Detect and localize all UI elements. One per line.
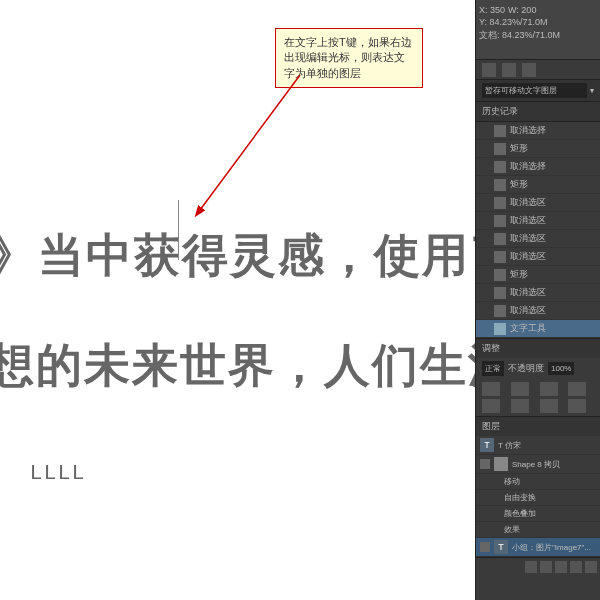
layer-label: 颜色叠加 <box>504 508 536 519</box>
layers-panel: 图层 T T 仿宋 Shape 8 拷贝移动自由变换颜色叠加效果 T 小组：图片… <box>476 416 600 576</box>
layer-label: Shape 8 拷贝 <box>512 459 560 470</box>
tool-icon[interactable] <box>482 63 496 77</box>
history-item-icon <box>494 179 506 191</box>
history-panel: 历史记录 取消选择矩形取消选择矩形取消选区取消选区取消选区取消选区矩形取消选区取… <box>476 102 600 338</box>
layer-item[interactable]: 自由变换 <box>476 490 600 506</box>
history-item[interactable]: 取消选区 <box>476 194 600 212</box>
adjust-icon[interactable] <box>511 399 529 413</box>
history-item-icon <box>494 197 506 209</box>
history-item-label: 取消选区 <box>510 214 546 227</box>
adjust-icon[interactable] <box>511 382 529 396</box>
history-item-label: 取消选区 <box>510 250 546 263</box>
visibility-icon[interactable] <box>480 542 490 552</box>
chevron-down-icon: ▾ <box>590 86 594 95</box>
adjust-icon[interactable] <box>482 382 500 396</box>
layers-header: 图层 <box>476 417 600 436</box>
trash-icon[interactable] <box>585 561 597 573</box>
history-item-icon <box>494 305 506 317</box>
history-item[interactable]: 矩形 <box>476 140 600 158</box>
layers-footer <box>476 557 600 576</box>
layer-item[interactable]: 效果 <box>476 522 600 538</box>
adjust-icon[interactable] <box>540 399 558 413</box>
layer-action-icon[interactable] <box>525 561 537 573</box>
layer-action-icon[interactable] <box>540 561 552 573</box>
visibility-icon[interactable] <box>480 459 490 469</box>
layer-item[interactable]: 移动 <box>476 474 600 490</box>
info-panel: X: 350W: 200 Y: 84.23%/71.0M 文档: 84.23%/… <box>476 0 600 60</box>
adjustments-panel: 调整 正常 不透明度 100% <box>476 338 600 416</box>
adjust-grid <box>476 379 600 416</box>
info-x: X: 350 <box>479 5 505 15</box>
history-item-icon <box>494 287 506 299</box>
opacity-label: 不透明度 <box>508 362 544 375</box>
type-icon: T <box>480 438 494 452</box>
opacity-value[interactable]: 100% <box>548 362 574 375</box>
layer-label: 效果 <box>504 524 520 535</box>
history-item[interactable]: 取消选区 <box>476 248 600 266</box>
info-w: W: 200 <box>508 5 536 15</box>
layer-group-row[interactable]: T 小组：图片"Image7"... <box>476 538 600 557</box>
adjust-icon[interactable] <box>568 382 586 396</box>
history-item[interactable]: 取消选区 <box>476 284 600 302</box>
adjust-header: 调整 <box>476 339 600 358</box>
type-tool-row[interactable]: T T 仿宋 <box>476 436 600 455</box>
history-item-label: 取消选择 <box>510 160 546 173</box>
history-item[interactable]: 取消选区 <box>476 302 600 320</box>
history-item-label: 取消选区 <box>510 286 546 299</box>
history-item-icon <box>494 233 506 245</box>
history-item-label: 矩形 <box>510 178 528 191</box>
layer-action-icon[interactable] <box>570 561 582 573</box>
history-item[interactable]: 取消选区 <box>476 212 600 230</box>
history-item-icon <box>494 323 506 335</box>
annotation-note: 在文字上按T键，如果右边出现编辑光标，则表达文字为单独的图层 <box>275 28 423 88</box>
annotation-text: 在文字上按T键，如果右边出现编辑光标，则表达文字为单独的图层 <box>284 36 412 79</box>
text-cursor <box>178 200 179 260</box>
layer-thumb <box>494 457 508 471</box>
history-item-icon <box>494 125 506 137</box>
history-item-icon <box>494 269 506 281</box>
history-item-icon <box>494 161 506 173</box>
icon-toolbar <box>476 60 600 80</box>
history-item[interactable]: 取消选择 <box>476 158 600 176</box>
adjust-icon[interactable] <box>568 399 586 413</box>
info-doc: 文档: 84.23%/71.0M <box>479 29 560 42</box>
history-item-icon <box>494 251 506 263</box>
history-item[interactable]: 矩形 <box>476 176 600 194</box>
history-item-label: 矩形 <box>510 268 528 281</box>
history-item[interactable]: 取消选区 <box>476 230 600 248</box>
history-header: 历史记录 <box>476 102 600 122</box>
history-item-label: 取消选择 <box>510 124 546 137</box>
history-item-icon <box>494 215 506 227</box>
canvas-area[interactable]: 4》当中获得灵感，使用了" 门想的未来世界，人们生活 LLLL <box>0 0 475 600</box>
tool-icon[interactable] <box>522 63 536 77</box>
right-panel: X: 350W: 200 Y: 84.23%/71.0M 文档: 84.23%/… <box>475 0 600 600</box>
layer-label: 小组：图片"Image7"... <box>512 542 591 553</box>
layer-action-icon[interactable] <box>555 561 567 573</box>
tool-icon[interactable] <box>502 63 516 77</box>
dropdown-row[interactable]: 暂存可移动文字图层 ▾ <box>476 80 600 102</box>
canvas-text-line1: 4》当中获得灵感，使用了" <box>0 225 547 287</box>
layer-item[interactable]: 颜色叠加 <box>476 506 600 522</box>
blend-mode-select[interactable]: 正常 <box>482 361 504 376</box>
info-y: Y: 84.23%/71.0M <box>479 17 548 27</box>
history-item-icon <box>494 143 506 155</box>
adjust-icon[interactable] <box>482 399 500 413</box>
layer-label: 移动 <box>504 476 520 487</box>
history-item[interactable]: 取消选择 <box>476 122 600 140</box>
history-item[interactable]: 文字工具 <box>476 320 600 338</box>
history-item-label: 取消选区 <box>510 304 546 317</box>
history-item-label: 文字工具 <box>510 322 546 335</box>
layer-item[interactable]: Shape 8 拷贝 <box>476 455 600 474</box>
canvas-text-line3: LLLL <box>30 460 86 484</box>
type-icon: T <box>494 540 508 554</box>
canvas-text-line2: 门想的未来世界，人们生活 <box>0 335 516 397</box>
adjust-icon[interactable] <box>540 382 558 396</box>
history-item-label: 取消选区 <box>510 232 546 245</box>
type-label: T 仿宋 <box>498 440 521 451</box>
history-item-label: 矩形 <box>510 142 528 155</box>
history-item[interactable]: 矩形 <box>476 266 600 284</box>
history-item-label: 取消选区 <box>510 196 546 209</box>
layer-label: 自由变换 <box>504 492 536 503</box>
dropdown-label: 暂存可移动文字图层 <box>482 83 587 98</box>
